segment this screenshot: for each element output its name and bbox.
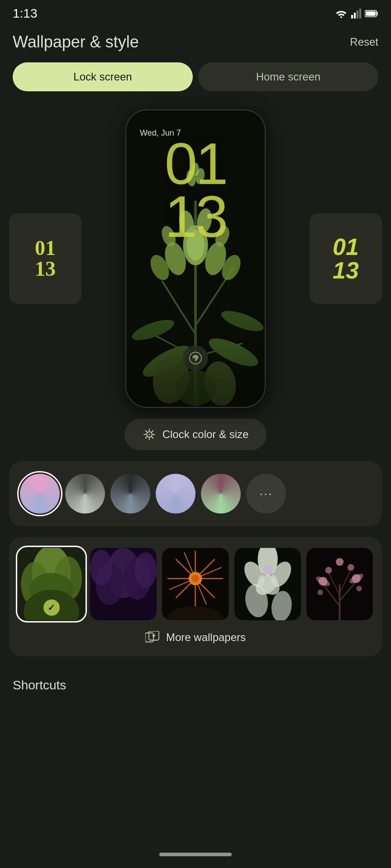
clock-btn-label: Clock color & size <box>162 428 249 441</box>
svg-point-67 <box>263 566 272 575</box>
wallpaper-thumb-2[interactable] <box>90 548 157 620</box>
wallpaper-thumb-5[interactable] <box>306 548 373 620</box>
svg-rect-7 <box>366 11 376 16</box>
phone-preview: Wed, Jun 7 01 13 <box>125 109 266 408</box>
svg-point-82 <box>356 586 362 591</box>
more-colors-button[interactable]: ··· <box>246 474 286 514</box>
page-title: Wallpaper & style <box>13 33 139 52</box>
svg-rect-50 <box>90 548 157 620</box>
battery-icon <box>365 9 378 18</box>
color-swatch-3[interactable] <box>110 474 150 514</box>
signal-icon <box>351 9 361 19</box>
svg-point-37 <box>148 434 150 435</box>
more-colors-icon: ··· <box>259 486 272 501</box>
svg-rect-6 <box>377 12 378 15</box>
wallpaper-thumb-3[interactable] <box>162 548 229 620</box>
status-icons <box>335 9 378 19</box>
status-bar: 1:13 <box>0 0 391 25</box>
svg-rect-3 <box>357 10 358 19</box>
clock-style-left-thumb[interactable]: 0113 <box>9 213 81 304</box>
clock-style-right-thumb[interactable]: 0113 <box>310 213 382 304</box>
phone-clock: 01 13 <box>126 137 265 243</box>
navigation-bar <box>0 841 391 868</box>
svg-point-78 <box>325 567 332 574</box>
tab-bar: Lock screen Home screen <box>0 62 391 91</box>
svg-point-0 <box>340 16 342 18</box>
wifi-icon <box>335 9 348 18</box>
svg-point-59 <box>191 575 199 582</box>
svg-rect-1 <box>351 15 353 19</box>
svg-rect-85 <box>145 633 153 642</box>
svg-rect-2 <box>354 13 356 19</box>
shortcuts-section: Shortcuts <box>0 667 391 693</box>
side-clock-right: 0113 <box>333 235 359 282</box>
svg-point-79 <box>348 564 354 571</box>
svg-point-34 <box>190 352 201 364</box>
home-indicator[interactable] <box>159 853 232 856</box>
color-swatch-2[interactable] <box>65 474 105 514</box>
side-clock-left: 0113 <box>35 238 56 279</box>
fingerprint-icon <box>189 351 202 365</box>
clock-color-size-button[interactable]: Clock color & size <box>124 419 267 450</box>
color-palette-section: ··· <box>9 461 382 526</box>
wallpaper-thumbnails: ✓ <box>18 548 373 620</box>
more-wallpapers-label: More wallpapers <box>166 631 246 644</box>
shortcuts-label: Shortcuts <box>13 678 66 693</box>
color-swatch-5[interactable] <box>201 474 241 514</box>
color-swatch-1[interactable] <box>20 474 60 514</box>
svg-point-81 <box>317 590 323 595</box>
wallpaper-selected-check: ✓ <box>43 599 60 616</box>
clock-settings-icon <box>143 428 156 441</box>
color-swatch-4[interactable] <box>156 474 196 514</box>
wallpaper-thumb-4[interactable] <box>234 548 301 620</box>
phone-clock-hour: 01 <box>126 137 265 190</box>
check-icon: ✓ <box>48 602 55 613</box>
reset-button[interactable]: Reset <box>350 36 378 48</box>
phone-clock-minute: 13 <box>126 190 265 243</box>
wallpaper-section: ✓ <box>9 537 382 656</box>
more-wallpapers-button[interactable]: More wallpapers <box>18 631 373 644</box>
more-wallpapers-icon <box>145 631 160 644</box>
tab-lock-screen[interactable]: Lock screen <box>13 62 193 91</box>
svg-rect-4 <box>359 9 361 19</box>
preview-area: 0113 <box>0 102 391 419</box>
fingerprint-button[interactable] <box>183 345 208 371</box>
header: Wallpaper & style Reset <box>0 25 391 62</box>
wallpaper-thumb-1[interactable]: ✓ <box>18 548 85 620</box>
status-time: 1:13 <box>13 6 38 21</box>
tab-home-screen[interactable]: Home screen <box>198 62 378 91</box>
svg-point-80 <box>336 558 343 566</box>
